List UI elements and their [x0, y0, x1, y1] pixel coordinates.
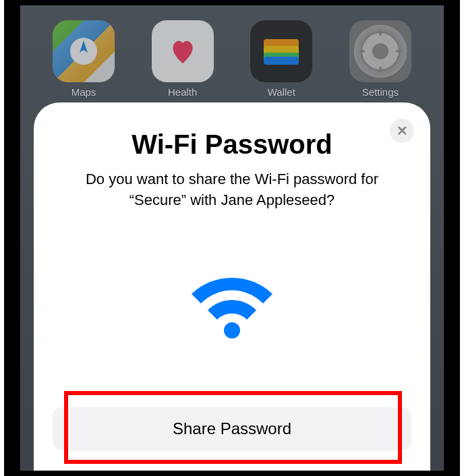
- app-label: Wallet: [268, 86, 295, 98]
- phone-screen: Maps Health Wallet Settings: [20, 5, 444, 471]
- app-wallet[interactable]: Wallet: [250, 20, 312, 98]
- app-label: Health: [168, 86, 197, 98]
- phone-frame: Maps Health Wallet Settings: [15, 0, 449, 476]
- svg-point-11: [224, 322, 240, 338]
- wallet-icon: [250, 20, 312, 82]
- wifi-icon: [185, 275, 279, 343]
- home-app-row: Maps Health Wallet Settings: [20, 20, 444, 98]
- svg-point-6: [372, 43, 388, 59]
- modal-subtitle: Do you want to share the Wi-Fi password …: [70, 169, 394, 211]
- app-health[interactable]: Health: [152, 20, 214, 98]
- health-icon: [152, 20, 214, 82]
- share-button-label: Share Password: [173, 419, 291, 438]
- app-maps[interactable]: Maps: [53, 20, 115, 98]
- app-settings[interactable]: Settings: [349, 20, 411, 98]
- modal-title: Wi-Fi Password: [132, 129, 332, 160]
- app-label: Settings: [362, 86, 399, 98]
- maps-icon: [53, 20, 115, 82]
- close-button[interactable]: ✕: [390, 119, 414, 143]
- app-label: Maps: [71, 86, 96, 98]
- settings-icon: [349, 20, 411, 82]
- close-icon: ✕: [397, 123, 408, 139]
- svg-rect-4: [264, 57, 299, 65]
- wifi-icon-wrap: [185, 225, 279, 394]
- wifi-share-modal: ✕ Wi-Fi Password Do you want to share th…: [34, 102, 430, 471]
- share-password-button[interactable]: Share Password: [53, 407, 411, 450]
